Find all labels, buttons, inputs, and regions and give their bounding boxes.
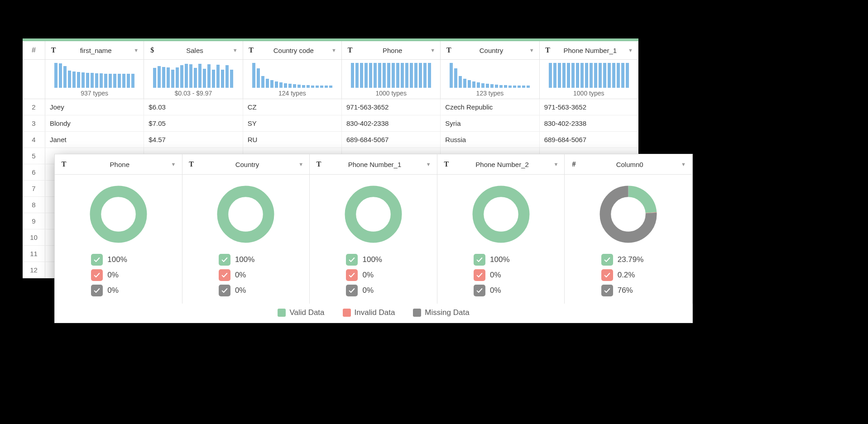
table-cell[interactable]: 830-402-2338 (342, 115, 441, 131)
check-icon (601, 269, 613, 281)
chevron-down-icon[interactable]: ▼ (426, 162, 432, 167)
legend-label-valid: Valid Data (289, 308, 324, 317)
table-cell[interactable]: 971-563-3652 (540, 99, 638, 115)
stat-row-invalid: 0% (474, 269, 528, 281)
histogram-cell[interactable]: 124 types (243, 60, 342, 99)
row-number[interactable]: 6 (23, 164, 45, 180)
column-header[interactable]: TPhone Number_1▼ (540, 41, 638, 59)
donut-chart[interactable] (88, 184, 149, 245)
row-number[interactable]: 5 (23, 148, 45, 164)
rownum-header[interactable]: # (23, 41, 45, 59)
column-header[interactable]: $Sales▼ (144, 41, 243, 59)
histogram-chart (346, 62, 436, 88)
table-cell[interactable]: Russia (441, 132, 539, 148)
stat-value: 100% (107, 255, 127, 264)
column-label: Phone (355, 47, 430, 54)
histogram-chart (248, 62, 337, 88)
stat-value: 0% (362, 286, 374, 295)
quality-column-header[interactable]: TPhone Number_2▼ (437, 154, 565, 174)
chevron-down-icon[interactable]: ▼ (134, 48, 140, 53)
quality-column-header[interactable]: TPhone Number_1▼ (310, 154, 437, 174)
table-cell[interactable]: Joey (45, 99, 144, 115)
chevron-down-icon[interactable]: ▼ (529, 48, 536, 53)
row-number[interactable]: 10 (23, 229, 45, 245)
table-cell[interactable]: $6.03 (144, 99, 243, 115)
quality-column-header[interactable]: TCountry▼ (182, 154, 310, 174)
table-cell[interactable]: Syria (441, 115, 539, 131)
stat-value: 0% (490, 286, 501, 295)
row-number[interactable]: 3 (23, 115, 45, 131)
table-cell[interactable]: SY (243, 115, 342, 131)
data-quality-panel: TPhone▼TCountry▼TPhone Number_1▼TPhone N… (54, 154, 693, 323)
quality-legend: Valid Data Invalid Data Missing Data (55, 304, 692, 323)
table-row[interactable]: 2Joey$6.03CZ971-563-3652Czech Republic97… (23, 99, 638, 115)
table-cell[interactable]: CZ (243, 99, 342, 115)
check-icon (474, 285, 485, 296)
histogram-cell[interactable]: $0.03 - $9.97 (144, 60, 243, 99)
chevron-down-icon[interactable]: ▼ (233, 48, 239, 53)
donut-chart[interactable] (470, 184, 532, 245)
column-header[interactable]: TPhone▼ (342, 41, 441, 59)
type-icon: $ (148, 46, 157, 54)
histogram-cell[interactable]: 1000 types (342, 60, 441, 99)
check-icon (474, 269, 485, 281)
row-number[interactable]: 2 (23, 99, 45, 115)
stat-value: 0% (107, 286, 119, 295)
legend-label-missing: Missing Data (425, 308, 469, 317)
histogram-cell[interactable]: 123 types (441, 60, 539, 99)
type-icon: T (345, 46, 355, 54)
chevron-down-icon[interactable]: ▼ (331, 48, 338, 53)
histogram-cell[interactable]: 937 types (45, 60, 144, 99)
histogram-summary: 124 types (248, 90, 337, 97)
column-header[interactable]: TCountry code▼ (243, 41, 342, 59)
chevron-down-icon[interactable]: ▼ (171, 162, 177, 167)
legend-item-invalid: Invalid Data (343, 308, 395, 317)
chevron-down-icon[interactable]: ▼ (553, 162, 560, 167)
chevron-down-icon[interactable]: ▼ (628, 48, 634, 53)
histogram-summary: 123 types (445, 90, 534, 97)
stat-row-valid: 100% (346, 254, 400, 266)
table-cell[interactable]: $4.57 (144, 132, 243, 148)
table-cell[interactable]: Czech Republic (441, 99, 539, 115)
legend-label-invalid: Invalid Data (355, 308, 395, 317)
column-label: Country (453, 47, 529, 54)
stat-row-valid: 100% (91, 254, 145, 266)
stat-value: 76% (618, 286, 633, 295)
chevron-down-icon[interactable]: ▼ (430, 48, 436, 53)
quality-column-header[interactable]: TPhone▼ (55, 154, 182, 174)
histogram-cell[interactable]: 1000 types (540, 60, 638, 99)
type-icon: T (314, 160, 323, 168)
donut-chart[interactable] (215, 184, 276, 245)
row-number[interactable]: 9 (23, 213, 45, 229)
row-number[interactable]: 7 (23, 181, 45, 196)
quality-column-header[interactable]: #Column0▼ (565, 154, 692, 174)
grid-histogram-row: 937 types$0.03 - $9.97124 types1000 type… (23, 60, 638, 99)
row-number[interactable]: 4 (23, 132, 45, 148)
table-cell[interactable]: 971-563-3652 (342, 99, 441, 115)
donut-chart[interactable] (343, 184, 404, 245)
row-number[interactable]: 12 (23, 262, 45, 278)
table-cell[interactable]: Janet (45, 132, 144, 148)
chevron-down-icon[interactable]: ▼ (298, 162, 305, 167)
legend-swatch-missing (413, 309, 421, 317)
column-label: Sales (157, 47, 232, 54)
table-cell[interactable]: 689-684-5067 (342, 132, 441, 148)
type-icon: T (442, 160, 451, 168)
chevron-down-icon[interactable]: ▼ (681, 162, 687, 167)
check-icon (91, 254, 103, 266)
table-row[interactable]: 4Janet$4.57RU689-684-5067Russia689-684-5… (23, 132, 638, 148)
table-cell[interactable]: 689-684-5067 (540, 132, 638, 148)
row-number[interactable]: 8 (23, 197, 45, 213)
donut-chart[interactable] (598, 184, 659, 245)
table-row[interactable]: 3Blondy$7.05SY830-402-2338Syria830-402-2… (23, 115, 638, 132)
histogram-summary: $0.03 - $9.97 (149, 90, 238, 97)
table-cell[interactable]: RU (243, 132, 342, 148)
column-header[interactable]: Tfirst_name▼ (45, 41, 144, 59)
table-cell[interactable]: 830-402-2338 (540, 115, 638, 131)
column-header[interactable]: TCountry▼ (441, 41, 539, 59)
row-number[interactable]: 11 (23, 246, 45, 262)
table-cell[interactable]: Blondy (45, 115, 144, 131)
table-cell[interactable]: $7.05 (144, 115, 243, 131)
stat-value: 0% (490, 271, 501, 280)
stat-row-missing: 0% (346, 285, 400, 296)
